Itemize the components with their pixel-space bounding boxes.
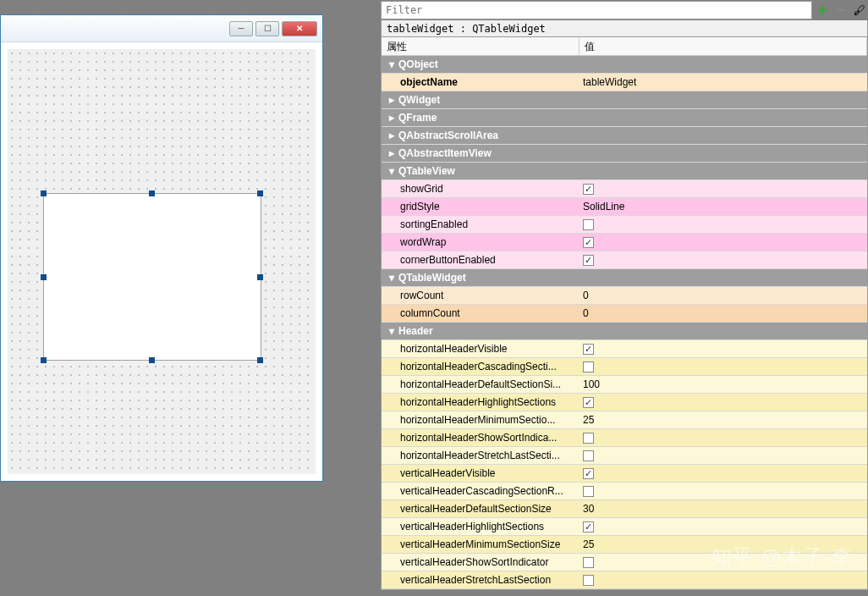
config-button[interactable]: 🖋 [851,2,868,19]
group-qabstractscrollarea[interactable]: ▸QAbstractScrollArea [382,127,867,145]
minimize-button[interactable]: ─ [229,21,253,36]
resize-handle-sw[interactable] [41,357,47,363]
group-qframe[interactable]: ▸QFrame [382,109,867,127]
object-class-label: tableWidget : QTableWidget [381,20,868,37]
prop-rowcount[interactable]: rowCount0 [382,287,867,305]
filter-row: + − 🖋 [381,0,868,20]
prop-hhdss[interactable]: horizontalHeaderDefaultSectionSi...100 [382,376,867,394]
prop-vhdss[interactable]: verticalHeaderDefaultSectionSize30 [382,500,867,518]
prop-gridstyle[interactable]: gridStyleSolidLine [382,198,867,216]
chevron-down-icon: ▾ [387,272,397,284]
header-value: 值 [580,37,867,55]
resize-handle-n[interactable] [149,190,155,196]
resize-handle-nw[interactable] [41,190,47,196]
checkbox-icon[interactable] [583,557,594,568]
checkbox-icon[interactable]: ✓ [583,468,594,479]
maximize-button[interactable]: ☐ [255,21,279,36]
group-qtableview[interactable]: ▾QTableView [382,163,867,180]
resize-handle-w[interactable] [41,274,47,280]
prop-vhssi[interactable]: verticalHeaderShowSortIndicator [382,554,867,571]
checkbox-icon[interactable] [583,219,594,230]
group-qobject[interactable]: ▾QObject [382,56,867,74]
chevron-right-icon: ▸ [387,130,397,141]
checkbox-icon[interactable] [583,433,594,444]
form-body[interactable] [8,49,316,474]
design-canvas[interactable]: ─ ☐ ✕ [0,0,381,596]
prop-hhssi[interactable]: horizontalHeaderShowSortIndica... [382,429,867,447]
group-header[interactable]: ▾Header [382,323,867,340]
resize-handle-s[interactable] [149,357,155,363]
chevron-right-icon: ▸ [387,112,397,124]
prop-showgrid[interactable]: showGrid✓ [382,180,867,198]
property-panel: + − 🖋 tableWidget : QTableWidget 属性 值 ▾Q… [381,0,868,596]
form-window[interactable]: ─ ☐ ✕ [0,14,323,482]
chevron-down-icon: ▾ [387,165,397,177]
chevron-down-icon: ▾ [387,58,397,70]
prop-vhsls[interactable]: verticalHeaderStretchLastSection [382,571,867,589]
chevron-right-icon: ▸ [387,94,397,106]
checkbox-icon[interactable] [583,575,594,586]
property-table-header: 属性 值 [382,37,867,56]
chevron-down-icon: ▾ [387,325,397,337]
prop-sortingenabled[interactable]: sortingEnabled [382,216,867,234]
checkbox-icon[interactable]: ✓ [583,184,594,195]
prop-vhv[interactable]: verticalHeaderVisible✓ [382,465,867,483]
prop-hhhs[interactable]: horizontalHeaderHighlightSections✓ [382,394,867,411]
checkbox-icon[interactable] [583,361,594,372]
prop-hhmss[interactable]: horizontalHeaderMinimumSectio...25 [382,411,867,429]
group-qtablewidget[interactable]: ▾QTableWidget [382,269,867,287]
add-property-button[interactable]: + [814,2,831,19]
resize-handle-ne[interactable] [257,190,263,196]
prop-wordwrap[interactable]: wordWrap✓ [382,234,867,251]
chevron-right-icon: ▸ [387,147,397,159]
checkbox-icon[interactable]: ✓ [583,237,594,248]
header-property: 属性 [382,37,580,55]
checkbox-icon[interactable] [583,450,594,461]
filter-input[interactable] [381,1,812,19]
resize-handle-e[interactable] [257,274,263,280]
checkbox-icon[interactable] [583,486,594,497]
prop-hhsls[interactable]: horizontalHeaderStretchLastSecti... [382,447,867,465]
window-titlebar: ─ ☐ ✕ [1,15,322,42]
prop-hhv[interactable]: horizontalHeaderVisible✓ [382,340,867,358]
prop-vhhs[interactable]: verticalHeaderHighlightSections✓ [382,518,867,536]
group-qabstractitemview[interactable]: ▸QAbstractItemView [382,145,867,163]
remove-property-button[interactable]: − [832,2,849,19]
tablewidget-preview[interactable] [43,193,261,361]
prop-cornerbuttonenabled[interactable]: cornerButtonEnabled✓ [382,251,867,269]
property-table: 属性 值 ▾QObject objectNametableWidget ▸QWi… [381,37,868,590]
prop-vhcsr[interactable]: verticalHeaderCascadingSectionR... [382,483,867,500]
close-button[interactable]: ✕ [282,21,317,36]
prop-vhmss[interactable]: verticalHeaderMinimumSectionSize25 [382,536,867,554]
prop-columncount[interactable]: columnCount0 [382,305,867,323]
checkbox-icon[interactable]: ✓ [583,397,594,408]
resize-handle-se[interactable] [257,357,263,363]
prop-hhcsr[interactable]: horizontalHeaderCascadingSecti... [382,358,867,376]
checkbox-icon[interactable]: ✓ [583,255,594,266]
checkbox-icon[interactable]: ✓ [583,522,594,533]
checkbox-icon[interactable]: ✓ [583,344,594,355]
group-qwidget[interactable]: ▸QWidget [382,91,867,109]
prop-objectname[interactable]: objectNametableWidget [382,74,867,91]
